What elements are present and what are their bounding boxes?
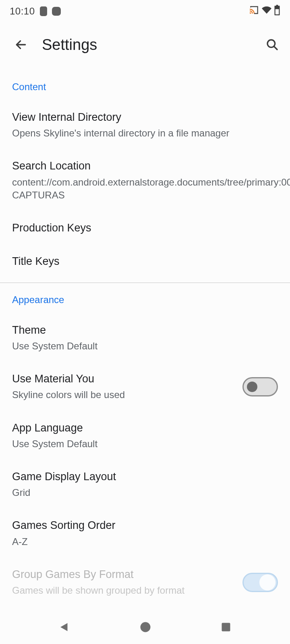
back-button[interactable] xyxy=(13,37,29,53)
pref-title: App Language xyxy=(12,421,278,435)
pref-subtitle: Use System Default xyxy=(12,340,278,353)
section-header-content: Content xyxy=(0,81,290,101)
pref-view-internal-directory[interactable]: View Internal Directory Opens Skyline's … xyxy=(0,101,290,149)
pref-title: Theme xyxy=(12,323,278,337)
status-time: 10:10 xyxy=(10,6,35,17)
notification-dot-icon xyxy=(52,7,61,16)
battery-icon xyxy=(274,5,280,18)
pref-use-material-you[interactable]: Use Material You Skyline colors will be … xyxy=(0,362,290,411)
pref-subtitle: Games will be shown grouped by format xyxy=(12,584,234,597)
page-title: Settings xyxy=(42,36,264,54)
pref-group-games-by-format[interactable]: Group Games By Format Games will be show… xyxy=(0,558,290,607)
pref-subtitle: Skyline colors will be used xyxy=(12,388,234,401)
nav-home-button[interactable] xyxy=(139,621,151,635)
toggle-group-games[interactable] xyxy=(242,573,278,592)
pref-games-sorting-order[interactable]: Games Sorting Order A-Z xyxy=(0,509,290,557)
status-bar: 10:10 xyxy=(0,0,290,23)
svg-line-2 xyxy=(274,46,277,50)
pref-title: View Internal Directory xyxy=(12,110,278,124)
pref-app-language[interactable]: App Language Use System Default xyxy=(0,411,290,460)
pref-subtitle: Use System Default xyxy=(12,438,278,450)
pref-title: Group Games By Format xyxy=(12,568,234,582)
search-button[interactable] xyxy=(264,37,280,53)
nav-back-button[interactable] xyxy=(58,621,70,635)
svg-rect-4 xyxy=(222,623,230,632)
pref-title: Game Display Layout xyxy=(12,470,278,484)
pref-title: Search Location xyxy=(12,159,278,173)
pref-title: Use Material You xyxy=(12,372,234,386)
pref-search-location[interactable]: Search Location content://com.android.ex… xyxy=(0,149,290,211)
svg-point-3 xyxy=(140,622,150,632)
pref-subtitle: Grid xyxy=(12,486,278,499)
pref-title: Title Keys xyxy=(12,254,278,268)
wifi-icon xyxy=(262,5,271,17)
pref-title: Production Keys xyxy=(12,221,278,235)
cast-icon xyxy=(249,5,259,18)
pref-subtitle: Opens Skyline's internal directory in a … xyxy=(12,127,278,140)
pref-title: Games Sorting Order xyxy=(12,518,278,533)
pref-production-keys[interactable]: Production Keys xyxy=(0,211,290,245)
pref-title-keys[interactable]: Title Keys xyxy=(0,245,290,278)
pref-subtitle: A-Z xyxy=(12,535,278,548)
app-bar: Settings xyxy=(0,23,290,67)
section-header-appearance: Appearance xyxy=(0,294,290,314)
navigation-bar xyxy=(0,612,290,644)
notification-icon xyxy=(40,6,47,16)
pref-theme[interactable]: Theme Use System Default xyxy=(0,314,290,362)
toggle-material-you[interactable] xyxy=(242,377,278,396)
settings-list[interactable]: Content View Internal Directory Opens Sk… xyxy=(0,67,290,607)
nav-recent-button[interactable] xyxy=(220,621,232,634)
pref-game-display-layout[interactable]: Game Display Layout Grid xyxy=(0,460,290,509)
divider xyxy=(0,283,290,283)
pref-subtitle: content://com.android.externalstorage.do… xyxy=(12,176,278,202)
